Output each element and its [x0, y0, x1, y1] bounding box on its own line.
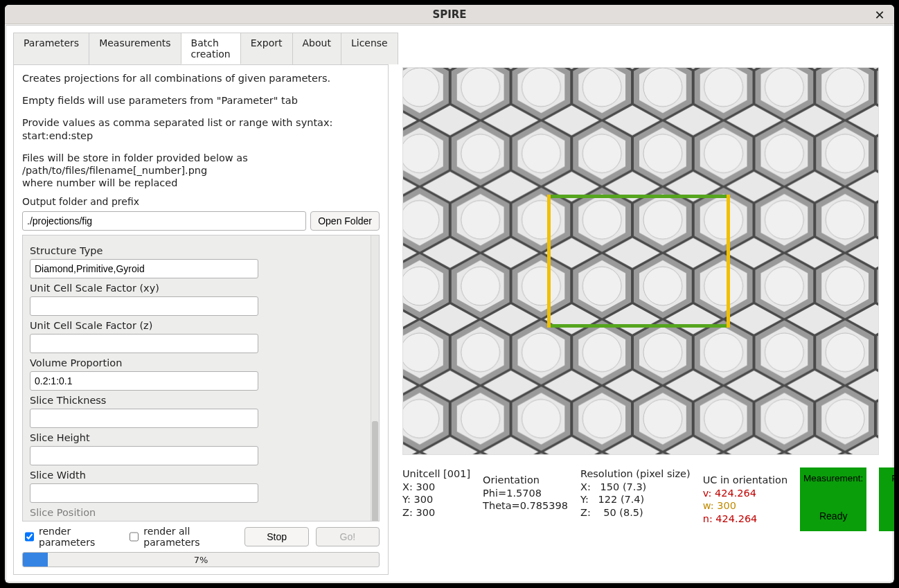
param-label-uc-z: Unit Cell Scale Factor (z) — [30, 320, 372, 331]
projection-preview — [402, 67, 879, 455]
param-label-structure-type: Structure Type — [30, 245, 372, 256]
window-titlebar: SPIRE ✕ — [5, 5, 894, 24]
param-input-slice-height[interactable] — [30, 446, 258, 465]
param-input-slice-thickness[interactable] — [30, 409, 258, 428]
go-button[interactable]: Go! — [316, 527, 380, 546]
param-input-structure-type[interactable] — [30, 259, 258, 278]
projection-status-top: Projection — [891, 473, 894, 483]
readout-resolution: Resolution (pixel size) X: 150 (7.3) Y: … — [580, 467, 691, 531]
info-line-6: where number will be replaced — [22, 177, 177, 188]
info-line-4: Files will be store in folder provided b… — [22, 152, 248, 163]
stop-button[interactable]: Stop — [244, 527, 308, 546]
measurement-status-bot: Ready — [819, 510, 847, 522]
tab-bar: Parameters Measurements Batch creation E… — [13, 33, 389, 64]
render-parameters-checkbox-label[interactable]: render parameters — [22, 526, 120, 548]
tab-license[interactable]: License — [341, 33, 398, 64]
readout-orientation: Orientation Phi=1.5708 Theta=0.785398 — [483, 474, 568, 531]
param-label-slice-height: Slice Height — [30, 432, 372, 443]
param-label-volprop: Volume Proportion — [30, 357, 372, 368]
render-all-parameters-text: render all parameters — [143, 526, 238, 548]
projection-status-button[interactable]: Projection Ready — [879, 467, 894, 531]
readout-unitcell: Unitcell [001] X: 300 Y: 300 Z: 300 — [402, 467, 470, 531]
info-line-2: Empty fields will use parameters from "P… — [22, 94, 380, 107]
readout-uc-orientation: UC in orientation v: 424.264 w: 300 n: 4… — [703, 474, 788, 531]
info-line-5: /path/to/files/filename[_number].png — [22, 165, 207, 176]
batch-info-text: Creates projections for all combinations… — [22, 72, 380, 189]
param-input-slice-width[interactable] — [30, 483, 258, 503]
tab-parameters[interactable]: Parameters — [13, 33, 89, 64]
tab-about[interactable]: About — [292, 33, 341, 64]
window-title: SPIRE — [5, 8, 894, 21]
params-scroll-area[interactable]: Structure Type Unit Cell Scale Factor (x… — [22, 235, 380, 522]
render-all-parameters-checkbox-label[interactable]: render all parameters — [127, 526, 238, 548]
param-label-slice-width: Slice Width — [30, 470, 372, 481]
render-parameters-checkbox[interactable] — [25, 532, 34, 542]
param-label-slice-position: Slice Position — [30, 507, 372, 518]
readout-row: Unitcell [001] X: 300 Y: 300 Z: 300 Orie… — [402, 467, 894, 531]
measurement-status-button[interactable]: Measurement: Ready — [800, 467, 866, 531]
measurement-status-top: Measurement: — [803, 473, 863, 483]
progress-bar: 7% — [22, 552, 380, 567]
lattice-pattern-icon — [403, 68, 878, 454]
tab-measurements[interactable]: Measurements — [89, 33, 181, 64]
render-all-parameters-checkbox[interactable] — [130, 532, 139, 542]
info-line-1: Creates projections for all combinations… — [22, 72, 380, 84]
param-input-uc-z[interactable] — [30, 334, 258, 353]
output-path-input[interactable] — [22, 211, 306, 231]
info-line-3: Provide values as comma separated list o… — [22, 116, 380, 141]
param-label-uc-xy: Unit Cell Scale Factor (xy) — [30, 283, 372, 294]
param-input-volprop[interactable] — [30, 371, 258, 391]
tab-page-batch-creation: Creates projections for all combinations… — [13, 64, 389, 575]
tab-batch-creation[interactable]: Batch creation — [181, 33, 241, 64]
close-icon[interactable]: ✕ — [872, 8, 887, 24]
params-scrollbar[interactable] — [371, 235, 379, 521]
params-scrollthumb[interactable] — [372, 421, 378, 522]
svg-rect-3 — [403, 68, 878, 454]
tab-export[interactable]: Export — [240, 33, 293, 64]
output-label: Output folder and prefix — [22, 196, 380, 207]
progress-bar-text: 7% — [23, 553, 379, 567]
param-label-slice-thickness: Slice Thickness — [30, 395, 372, 406]
render-parameters-text: render parameters — [39, 526, 120, 548]
open-folder-button[interactable]: Open Folder — [310, 211, 380, 231]
param-input-uc-xy[interactable] — [30, 296, 258, 316]
